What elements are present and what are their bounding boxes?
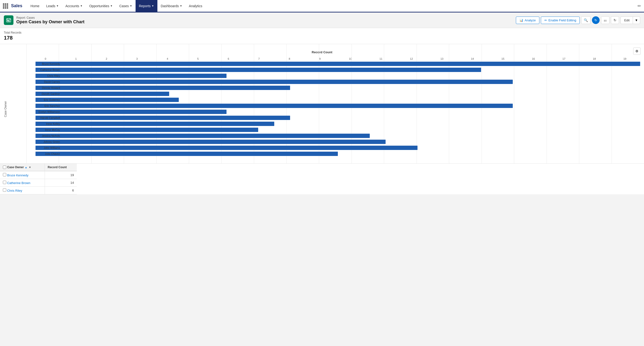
- edit-dropdown-button[interactable]: ▼: [633, 16, 640, 24]
- total-records-label: Total Records: [4, 31, 640, 34]
- table-cell-name: Catherine Brown: [0, 179, 45, 187]
- y-axis-label: Case Owner: [4, 61, 7, 157]
- x-axis-label: 15: [488, 57, 518, 60]
- report-subtitle: Report: Cases: [16, 16, 84, 20]
- bar-fill: [36, 152, 338, 156]
- x-axis-label: 13: [426, 57, 457, 60]
- x-axis-label: 6: [213, 57, 244, 60]
- report-title-group: Report: Cases Open Cases by Owner with C…: [16, 16, 84, 24]
- edit-button[interactable]: Edit: [620, 16, 633, 24]
- bar-label: Irene McCoy: [36, 128, 62, 131]
- table-cell-count: 19: [45, 171, 77, 179]
- bar-label: Julia Chavez: [36, 152, 62, 155]
- top-nav: Sales HomeLeads ▼Accounts ▼Opportunities…: [0, 0, 644, 12]
- x-axis-label: 5: [182, 57, 213, 60]
- bar-label: Dennis Howard: [36, 86, 62, 89]
- report-header-actions: 📊 Analyze ✏ Enable Field Editing 🔍 ↻ ⚏ ↻…: [516, 16, 640, 24]
- th-record-count: Record Count: [45, 164, 77, 171]
- chart-section: ⚙ Record Count 0123456789101112131415161…: [0, 44, 644, 164]
- row-checkbox[interactable]: [3, 181, 6, 184]
- bar-row: Irene McCoy: [36, 127, 640, 132]
- table-cell-name: Bruce Kennedy: [0, 171, 45, 179]
- refresh-chart-button[interactable]: ↻: [592, 16, 600, 24]
- search-icon[interactable]: ✏: [638, 3, 641, 9]
- bar-row: David Carnes: [36, 79, 640, 84]
- search-button[interactable]: 🔍: [581, 16, 590, 24]
- refresh-button[interactable]: ↻: [611, 16, 619, 24]
- owner-link[interactable]: Catherine Brown: [7, 181, 30, 185]
- chevron-down-icon: ▼: [152, 4, 154, 7]
- bar-row: Johnny Green: [36, 139, 640, 144]
- chart-inner: Case Owner Bruce KennedyCatherine BrownC…: [4, 61, 640, 157]
- chevron-down-icon: ▼: [130, 4, 132, 7]
- enable-field-editing-button[interactable]: ✏ Enable Field Editing: [541, 16, 580, 24]
- select-all-checkbox[interactable]: [3, 166, 6, 169]
- bar-row: Eric Sanchez: [36, 103, 640, 108]
- owner-link[interactable]: Bruce Kennedy: [7, 174, 28, 177]
- x-axis-label: 18: [579, 57, 610, 60]
- bar-row: Evelyn Williamson: [36, 109, 640, 114]
- bar-row: Julia Chavez: [36, 151, 640, 156]
- pencil-icon: ✏: [544, 18, 547, 22]
- nav-item-leads[interactable]: Leads ▼: [43, 0, 62, 12]
- bar-fill: [36, 110, 226, 114]
- bar-row: Irene Kelley: [36, 121, 640, 126]
- bar-label: Bruce Kennedy: [36, 62, 62, 65]
- bar-fill: [36, 80, 513, 84]
- bar-label: Catherine Brown: [36, 68, 62, 71]
- nav-item-reports[interactable]: Reports ▼: [136, 0, 158, 12]
- analyze-button[interactable]: 📊 Analyze: [516, 16, 540, 24]
- table-row: Chris Riley6: [0, 187, 77, 194]
- bar-row: Bruce Kennedy: [36, 61, 640, 66]
- chart-body: Bruce KennedyCatherine BrownChris RileyD…: [9, 61, 640, 157]
- chevron-down-icon: ▼: [56, 4, 59, 7]
- chevron-down-icon: ▼: [110, 4, 112, 7]
- bar-fill: [36, 86, 290, 90]
- bar-label: Eric Gutierrez: [36, 98, 62, 101]
- table-cell-count: 14: [45, 179, 77, 187]
- bar-row: John Williams: [36, 145, 640, 150]
- bar-label: Chris Riley: [36, 74, 62, 77]
- total-records-section: Total Records 178: [0, 28, 644, 44]
- bar-fill: [36, 122, 274, 126]
- total-records-value: 178: [4, 35, 640, 41]
- table-cell-name: Chris Riley: [0, 187, 45, 194]
- bar-row: Chris Riley: [36, 73, 640, 78]
- bar-fill: [36, 74, 226, 78]
- bar-label: Harold Campbell: [36, 116, 62, 119]
- row-checkbox[interactable]: [3, 173, 6, 176]
- filter-button[interactable]: ⚏: [601, 16, 610, 24]
- nav-item-analytics[interactable]: Analytics: [186, 0, 206, 12]
- x-axis-label: 4: [152, 57, 182, 60]
- report-header-left: Report: Cases Open Cases by Owner with C…: [4, 15, 84, 25]
- data-table: Case Owner ▲ ▼ Record Count Bruce Kenned…: [0, 164, 77, 194]
- bar-row: Harold Campbell: [36, 115, 640, 120]
- bar-label: Eric Sanchez: [36, 104, 62, 107]
- table-body: Bruce Kennedy19 Catherine Brown14 Chris …: [0, 171, 77, 194]
- nav-items: HomeLeads ▼Accounts ▼Opportunities ▼Case…: [27, 0, 638, 12]
- nav-item-accounts[interactable]: Accounts ▼: [62, 0, 86, 12]
- bar-fill: [36, 128, 258, 132]
- bar-label: David Carnes: [36, 80, 62, 83]
- owner-link[interactable]: Chris Riley: [7, 189, 22, 192]
- bar-fill: [36, 146, 418, 150]
- x-axis-label: 1: [61, 57, 91, 60]
- table-row: Bruce Kennedy19: [0, 171, 77, 179]
- nav-item-opportunities[interactable]: Opportunities ▼: [86, 0, 116, 12]
- x-axis-label: 9: [305, 57, 335, 60]
- nav-item-home[interactable]: Home: [27, 0, 43, 12]
- svg-rect-6: [8, 20, 9, 21]
- bar-row: Eric Gutierrez: [36, 97, 640, 102]
- bar-fill: [36, 62, 640, 66]
- x-axis-label: 8: [274, 57, 305, 60]
- bar-label: Irene Kelley: [36, 122, 62, 125]
- svg-rect-0: [6, 18, 11, 22]
- bar-fill: [36, 68, 481, 72]
- nav-item-cases[interactable]: Cases ▼: [116, 0, 136, 12]
- row-checkbox[interactable]: [3, 188, 6, 192]
- app-switcher-icon[interactable]: [3, 3, 8, 9]
- x-axis-label: 17: [549, 57, 579, 60]
- chart-settings-button[interactable]: ⚙: [633, 48, 641, 55]
- nav-item-dashboards[interactable]: Dashboards ▼: [158, 0, 186, 12]
- case-owner-dropdown-button[interactable]: ▼: [28, 166, 32, 169]
